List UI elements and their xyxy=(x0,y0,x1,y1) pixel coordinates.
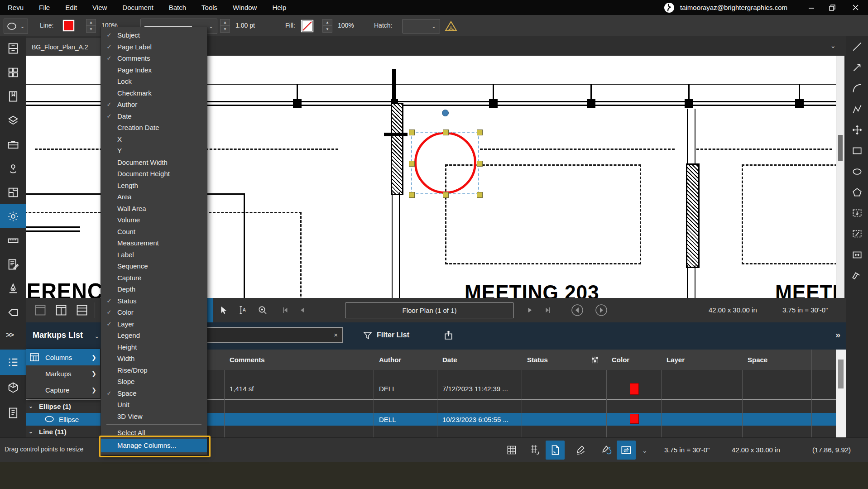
canvas-scrollbar[interactable] xyxy=(836,56,844,298)
account-email[interactable]: taimoorayaz@brightergraphics.com xyxy=(680,4,787,11)
menu-revu[interactable]: Revu xyxy=(0,0,31,15)
line-width-stepper[interactable]: ▲▼ xyxy=(220,19,230,33)
arrow-tool-icon[interactable] xyxy=(846,57,868,78)
select-all-menu-item[interactable]: Select All xyxy=(101,427,207,439)
tree-group-ellipse[interactable]: Ellipse (1) xyxy=(39,403,71,410)
menu-file[interactable]: File xyxy=(31,0,58,15)
menu-view[interactable]: View xyxy=(85,0,115,15)
shape-style-dropdown[interactable]: ⌄ xyxy=(4,19,28,34)
markups-list-menu-chevron-icon[interactable]: ⌄ xyxy=(94,332,100,340)
snapshot-tool-icon[interactable] xyxy=(846,203,868,224)
cell-comments[interactable]: 1,414 sf xyxy=(230,385,254,393)
column-option-author[interactable]: ✓Author xyxy=(101,99,207,110)
column-header-status[interactable]: Status xyxy=(522,350,606,370)
document-reuse-button[interactable] xyxy=(546,441,565,460)
fill-color-swatch[interactable] xyxy=(301,19,314,33)
clear-search-icon[interactable]: × xyxy=(334,331,338,339)
thumbnails-panel-icon[interactable] xyxy=(0,60,26,84)
column-header-layer[interactable]: Layer xyxy=(661,350,742,370)
resize-handle-e[interactable] xyxy=(477,161,483,167)
column-option-document-width[interactable]: Document Width xyxy=(101,157,207,168)
tree-child-ellipse[interactable]: Ellipse xyxy=(59,416,79,423)
capture-tool-icon[interactable] xyxy=(846,224,868,244)
single-pane-icon[interactable] xyxy=(34,304,47,316)
next-view-button[interactable] xyxy=(593,302,609,318)
resize-handle-sw[interactable] xyxy=(409,192,415,198)
resize-handle-s[interactable] xyxy=(443,192,449,198)
column-option-length[interactable]: Length xyxy=(101,180,207,192)
column-option-comments[interactable]: ✓Comments xyxy=(101,53,207,64)
fill-opacity-stepper[interactable]: ▲▼ xyxy=(322,19,332,33)
menu-item-capture[interactable]: Capture ❯ xyxy=(26,382,100,398)
line-opacity-stepper[interactable]: ▲▼ xyxy=(86,19,96,33)
column-header-color[interactable]: Color xyxy=(606,350,661,370)
first-page-button[interactable] xyxy=(277,302,293,318)
viewport-tool-icon[interactable] xyxy=(846,244,868,265)
rectangle-tool-icon[interactable] xyxy=(846,140,868,161)
column-header-comments[interactable]: Comments xyxy=(224,350,374,370)
manage-columns-menu-item[interactable]: Manage Columns... xyxy=(101,439,207,452)
filter-icon[interactable] xyxy=(362,330,373,341)
fill-opacity-value[interactable]: 100% xyxy=(338,22,354,29)
resize-handle-se[interactable] xyxy=(477,192,483,198)
column-option-lock[interactable]: Lock xyxy=(101,76,207,87)
column-option-layer[interactable]: ✓Layer xyxy=(101,318,207,330)
color-swatch-red[interactable] xyxy=(630,383,639,395)
table-scrollbar-thumb[interactable] xyxy=(838,360,844,388)
polygon-tool-icon[interactable] xyxy=(846,182,868,203)
flags-panel-icon[interactable] xyxy=(0,300,26,324)
column-option-subject[interactable]: ✓Subject xyxy=(101,29,207,41)
close-button[interactable] xyxy=(843,0,868,15)
previous-page-button[interactable] xyxy=(294,302,311,318)
measurements-panel-icon[interactable] xyxy=(0,228,26,252)
expand-right-panel-button[interactable]: » xyxy=(835,330,840,340)
spaces-panel-icon[interactable] xyxy=(0,156,26,180)
file-access-panel-icon[interactable] xyxy=(0,36,26,60)
resize-handle-ne[interactable] xyxy=(477,129,483,135)
column-header-author[interactable]: Author xyxy=(374,350,437,370)
tree-group-line[interactable]: Line (11) xyxy=(39,428,67,436)
cell-author[interactable]: DELL xyxy=(379,385,396,393)
markups-summary-panel-icon[interactable] xyxy=(0,252,26,276)
arc-tool-icon[interactable] xyxy=(846,78,868,99)
menu-help[interactable]: Help xyxy=(264,0,294,15)
menu-item-columns[interactable]: Columns ❯ xyxy=(26,349,100,365)
column-header-space[interactable]: Space xyxy=(742,350,811,370)
column-option-date[interactable]: ✓Date xyxy=(101,110,207,122)
resize-handle-w[interactable] xyxy=(409,161,415,167)
column-option-page-label[interactable]: ✓Page Label xyxy=(101,41,207,53)
restore-button[interactable] xyxy=(822,0,843,15)
column-option-color[interactable]: ✓Color xyxy=(101,307,207,318)
resize-handle-n[interactable] xyxy=(443,129,449,135)
markup-recovery-button[interactable] xyxy=(571,441,590,460)
select-text-button[interactable]: A xyxy=(234,302,250,318)
sync-views-button[interactable] xyxy=(617,441,636,460)
tree-chevron-icon[interactable]: ⌄ xyxy=(29,428,33,435)
color-swatch-red[interactable] xyxy=(630,414,639,424)
file-attachments-tab-icon[interactable] xyxy=(0,400,26,426)
tree-chevron-icon[interactable]: ⌄ xyxy=(29,403,33,409)
column-option-status[interactable]: ✓Status xyxy=(101,295,207,307)
select-tool-button[interactable] xyxy=(215,302,231,318)
resize-handle-nw[interactable] xyxy=(409,129,415,135)
cell-date-selected[interactable]: 10/23/2023 6:05:55 ... xyxy=(442,416,519,423)
column-option-legend[interactable]: Legend xyxy=(101,330,207,341)
column-option-y[interactable]: Y xyxy=(101,145,207,157)
column-option-page-index[interactable]: Page Index xyxy=(101,64,207,76)
markups-list-tab-icon[interactable] xyxy=(0,350,26,375)
column-option-wall-area[interactable]: Wall Area xyxy=(101,203,207,215)
next-page-button[interactable] xyxy=(522,302,538,318)
status-filter-icon[interactable] xyxy=(590,355,600,365)
menu-document[interactable]: Document xyxy=(115,0,161,15)
column-option-volume[interactable]: Volume xyxy=(101,214,207,226)
split-horizontal-icon[interactable] xyxy=(76,304,88,316)
cell-author-selected[interactable]: DELL xyxy=(379,416,396,423)
polyline-tool-icon[interactable] xyxy=(846,99,868,120)
tool-chest-panel-icon[interactable] xyxy=(0,132,26,156)
collapse-panel-button[interactable]: >> xyxy=(6,331,13,340)
layers-panel-icon[interactable] xyxy=(0,108,26,132)
design-panel-icon[interactable] xyxy=(0,276,26,300)
properties-panel-icon[interactable] xyxy=(0,204,26,228)
page-field[interactable]: Floor Plan (1 of 1) xyxy=(345,302,514,318)
hatch-dropdown[interactable]: ⌄ xyxy=(402,19,440,34)
